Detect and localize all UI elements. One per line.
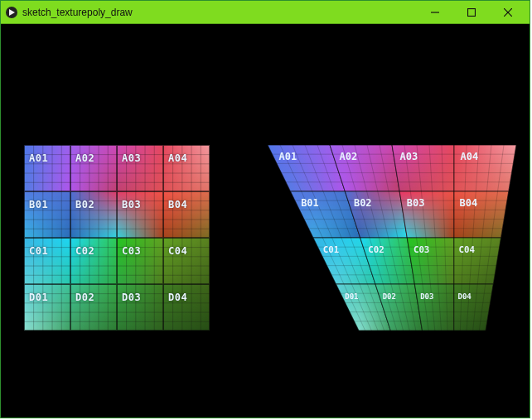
grid-cell: C03: [117, 238, 163, 284]
cell-label: A03: [400, 151, 418, 162]
minimize-button[interactable]: [417, 1, 453, 24]
cell-label: B02: [75, 199, 94, 210]
svg-marker-0: [9, 9, 15, 16]
cell-label: B02: [354, 197, 372, 209]
cell-label: D01: [345, 292, 358, 301]
cell-label: C04: [168, 245, 187, 257]
grid-cell: B04: [163, 191, 210, 238]
maximize-button[interactable]: [453, 1, 490, 24]
cell-label: A03: [122, 152, 141, 164]
close-button[interactable]: [490, 1, 526, 24]
cell-label: D04: [168, 292, 187, 303]
cell-label: A04: [168, 152, 187, 164]
cell-label: D02: [75, 292, 94, 303]
grid-cell: A02: [70, 145, 117, 191]
grid-cell: B03: [117, 191, 163, 238]
grid-cell: D03: [117, 284, 163, 331]
cell-label: B04: [168, 199, 187, 210]
cell-label: D01: [29, 292, 48, 303]
grid-cell: B01: [24, 191, 70, 238]
grid-cell: D04: [163, 284, 210, 331]
cell-label: D03: [122, 292, 141, 303]
cell-label: C01: [29, 245, 48, 257]
cell-label: D02: [383, 292, 396, 301]
cell-label: B03: [122, 199, 141, 210]
grid-cell: C02: [70, 238, 117, 284]
window-title: sketch_texturepoly_draw: [22, 7, 417, 18]
grid-cell: A03: [117, 145, 163, 191]
svg-rect-2: [468, 8, 476, 16]
close-icon: [504, 8, 512, 17]
texture-grid-perspective: A01A02A03A04B01B02B03B04C01C02C03C04D01D…: [268, 145, 516, 331]
texture-grid-flat: A01A02A03A04B01B02B03B04C01C02C03C04D01D…: [24, 145, 210, 331]
canvas: A01A02A03A04B01B02B03B04C01C02C03C04D01D…: [1, 24, 530, 418]
cell-label: A02: [340, 151, 358, 162]
cell-label: A04: [460, 151, 478, 162]
maximize-icon: [467, 8, 476, 17]
minimize-icon: [431, 8, 439, 17]
grid-cell: C04: [163, 238, 210, 284]
cell-label: A01: [29, 152, 48, 164]
cell-label: B04: [460, 197, 478, 209]
grid-cell: A04: [163, 145, 210, 191]
cell-label: C03: [414, 244, 429, 255]
cell-label: A02: [75, 152, 94, 164]
cell-label: A01: [279, 151, 297, 162]
cell-label: D04: [458, 292, 472, 301]
grid-cell: B02: [70, 191, 117, 238]
grid-cell: C01: [24, 238, 70, 284]
grid-cell: D02: [70, 284, 117, 331]
cell-label: B01: [301, 197, 319, 209]
grid-cell: A01: [24, 145, 70, 191]
app-icon: [6, 7, 17, 18]
cell-label: C02: [75, 245, 94, 257]
cell-label: C01: [323, 244, 339, 255]
cell-label: C04: [459, 244, 475, 255]
cell-label: C03: [122, 245, 141, 257]
cell-label: B03: [407, 197, 425, 209]
grid-cell: D01: [24, 284, 70, 331]
cell-label: C02: [368, 244, 384, 255]
app-window: sketch_texturepoly_draw A01A02A03A04B01B…: [0, 0, 530, 418]
cell-label: D03: [420, 292, 433, 301]
titlebar[interactable]: sketch_texturepoly_draw: [1, 1, 530, 24]
cell-label: B01: [29, 199, 48, 210]
